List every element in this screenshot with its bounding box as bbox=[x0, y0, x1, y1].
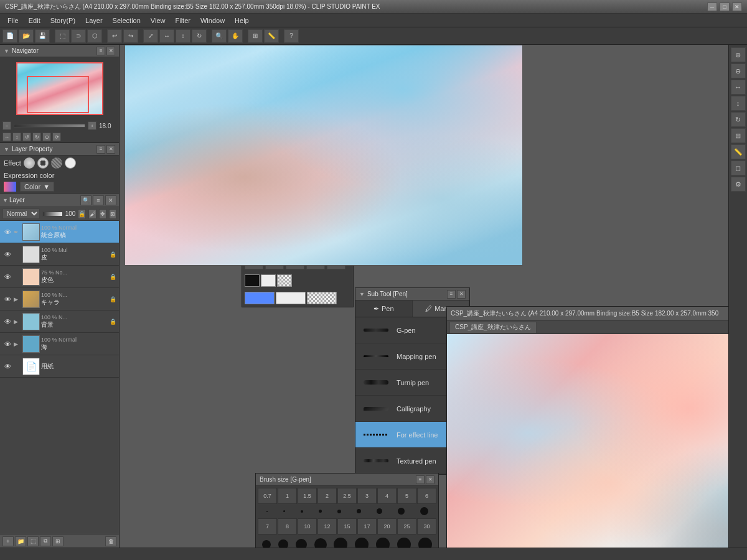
secondary-color-swatch[interactable] bbox=[276, 292, 306, 304]
flip-v-button[interactable]: ↕ bbox=[176, 29, 190, 43]
tab-pen[interactable]: ✒ Pen bbox=[355, 301, 413, 317]
delete-layer-button[interactable]: 🗑 bbox=[105, 536, 116, 546]
save-button[interactable]: 💾 bbox=[35, 29, 50, 43]
bs-dot[interactable] bbox=[278, 539, 288, 548]
active-color-swatch[interactable] bbox=[245, 292, 275, 304]
add-layer-button[interactable]: + bbox=[2, 536, 14, 546]
zoom-in-icon[interactable]: + bbox=[88, 121, 96, 130]
layer-item[interactable]: 👁 75 % No... 皮色 🔒 bbox=[0, 266, 119, 288]
layer-group-arrow[interactable]: ▶ bbox=[14, 341, 21, 347]
menu-help[interactable]: Help bbox=[230, 16, 254, 26]
bs-dot[interactable] bbox=[397, 538, 411, 548]
rt-zoom-in[interactable]: ⊕ bbox=[731, 47, 746, 62]
layer-eye-toggle[interactable]: 👁 bbox=[2, 294, 12, 304]
layer-item[interactable]: 👁 ▶ 100 % Normal 海 bbox=[0, 333, 119, 355]
layer-group-arrow[interactable]: ▶ bbox=[14, 319, 21, 325]
subtool-close[interactable]: ✕ bbox=[457, 290, 466, 299]
layer-eye-toggle[interactable]: 👁 bbox=[2, 227, 12, 237]
transform-button[interactable]: ⤢ bbox=[143, 29, 158, 43]
effect-ring-icon[interactable] bbox=[37, 157, 49, 169]
lock-move-button[interactable]: ✥ bbox=[99, 209, 106, 219]
rotate-right-button[interactable]: ↻ bbox=[32, 133, 41, 141]
layer-eye-toggle[interactable]: 👁 bbox=[2, 362, 12, 371]
bs-dot[interactable] bbox=[262, 540, 271, 548]
copy-layer-button[interactable]: ⧉ bbox=[40, 536, 51, 546]
bs-dot[interactable] bbox=[266, 511, 268, 512]
bs-dot[interactable] bbox=[398, 508, 405, 515]
hand-button[interactable]: ✋ bbox=[228, 29, 243, 43]
layer-item[interactable]: 👁 ✒ 100 % Normal 統合原稿 bbox=[0, 221, 119, 243]
add-group-button[interactable]: 📁 bbox=[15, 536, 26, 546]
rt-rotate[interactable]: ↻ bbox=[731, 112, 746, 127]
layer-prop-menu[interactable]: ≡ bbox=[96, 145, 105, 154]
menu-window[interactable]: Window bbox=[195, 16, 230, 26]
close-button[interactable]: ✕ bbox=[732, 2, 742, 11]
layer-menu-button[interactable]: ≡ bbox=[93, 195, 104, 205]
main-canvas-window[interactable] bbox=[125, 45, 523, 266]
canvas-artwork[interactable] bbox=[125, 45, 523, 266]
foreground-black[interactable] bbox=[245, 274, 260, 287]
layer-search-button[interactable]: 🔍 bbox=[80, 195, 92, 205]
layer-item[interactable]: 👁 100 % Mul 皮 🔒 bbox=[0, 243, 119, 266]
bs-dot[interactable] bbox=[283, 510, 285, 512]
menu-edit[interactable]: Edit bbox=[24, 16, 45, 26]
zoom-out-icon[interactable]: − bbox=[2, 121, 11, 130]
layer-close-button[interactable]: ✕ bbox=[105, 195, 116, 205]
redo-button[interactable]: ↪ bbox=[123, 29, 138, 43]
merge-layer-button[interactable]: ⊞ bbox=[52, 536, 63, 546]
subtool-menu[interactable]: ≡ bbox=[447, 290, 456, 299]
lock-transparent-button[interactable]: 🔒 bbox=[78, 209, 86, 219]
bs-dot[interactable] bbox=[355, 538, 369, 548]
flip-h-nav-button[interactable]: ↔ bbox=[2, 133, 11, 141]
flip-v-nav-button[interactable]: ↕ bbox=[12, 133, 21, 141]
navigator-menu[interactable]: ≡ bbox=[96, 47, 105, 55]
bs-dot[interactable] bbox=[296, 539, 307, 548]
brush-size-close[interactable]: ✕ bbox=[426, 475, 435, 484]
rt-zoom-out[interactable]: ⊖ bbox=[731, 63, 746, 78]
layer-eye-toggle[interactable]: 👁 bbox=[2, 272, 12, 282]
opacity-slider[interactable] bbox=[42, 212, 63, 217]
bs-dot[interactable] bbox=[319, 510, 322, 513]
rt-grid[interactable]: ⊞ bbox=[731, 128, 746, 143]
layer-item[interactable]: 👁 ▶ 100 % N... 背景 🔒 bbox=[0, 310, 119, 333]
rt-flip-h[interactable]: ↔ bbox=[731, 80, 746, 95]
menu-story[interactable]: Story(P) bbox=[45, 16, 80, 26]
menu-layer[interactable]: Layer bbox=[80, 16, 108, 26]
menu-filter[interactable]: Filter bbox=[171, 16, 195, 26]
polyselect-button[interactable]: ⬡ bbox=[87, 29, 102, 43]
lock-all-button[interactable]: ⊠ bbox=[109, 209, 116, 219]
lasso-tool-button[interactable]: ⊃ bbox=[71, 29, 86, 43]
maximize-button[interactable]: □ bbox=[720, 2, 730, 11]
select-tool-button[interactable]: ⬚ bbox=[55, 29, 70, 43]
transparent-swatch[interactable] bbox=[307, 292, 337, 304]
lock-paint-button[interactable]: 🖌 bbox=[88, 209, 96, 219]
layer-prop-close[interactable]: ✕ bbox=[106, 145, 115, 154]
bs-dot[interactable] bbox=[334, 538, 347, 548]
background-white[interactable] bbox=[261, 274, 276, 287]
secondary-canvas-tab[interactable]: CSP_講座_秋津たいらさん bbox=[449, 322, 537, 333]
bs-dot[interactable] bbox=[314, 538, 327, 548]
rotate-button[interactable]: ↻ bbox=[192, 29, 207, 43]
rt-ruler[interactable]: 📏 bbox=[731, 144, 746, 159]
rt-flip-v[interactable]: ↕ bbox=[731, 96, 746, 111]
navigator-close[interactable]: ✕ bbox=[106, 47, 115, 55]
zoom-button[interactable]: 🔍 bbox=[212, 29, 227, 43]
bs-dot[interactable] bbox=[418, 538, 432, 548]
bs-dot[interactable] bbox=[301, 510, 303, 513]
layer-eye-toggle[interactable]: 👁 bbox=[2, 250, 12, 259]
color-dropdown[interactable]: Color ▼ bbox=[20, 182, 54, 192]
bs-dot[interactable] bbox=[377, 508, 382, 514]
ruler-button[interactable]: 📏 bbox=[264, 29, 279, 43]
effect-circle-icon[interactable] bbox=[24, 157, 35, 169]
flip-h-button[interactable]: ↔ bbox=[159, 29, 174, 43]
layer-group-arrow[interactable]: ▶ bbox=[14, 296, 21, 302]
menu-file[interactable]: File bbox=[2, 16, 24, 26]
effect-white-icon[interactable] bbox=[65, 157, 76, 169]
menu-view[interactable]: View bbox=[146, 16, 171, 26]
menu-selection[interactable]: Selection bbox=[108, 16, 146, 26]
transparent-checker[interactable] bbox=[277, 274, 292, 287]
bs-dot[interactable] bbox=[420, 507, 428, 515]
layer-eye-toggle[interactable]: 👁 bbox=[2, 317, 12, 327]
grid-button[interactable]: ⊞ bbox=[248, 29, 263, 43]
layer-item[interactable]: 👁 📄 用紙 bbox=[0, 355, 119, 378]
